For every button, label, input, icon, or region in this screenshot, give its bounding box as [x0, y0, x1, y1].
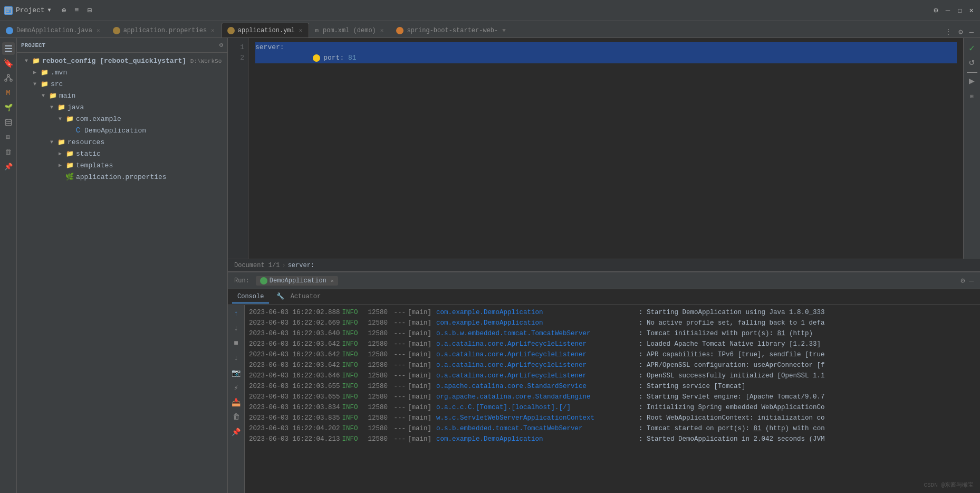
refresh-icon[interactable]: ↺	[969, 56, 975, 68]
props-file-icon: 🌿	[65, 173, 74, 181]
lightning-icon[interactable]: ⚡	[230, 381, 243, 394]
run-app-tab[interactable]: DemoApplication ✕	[256, 276, 338, 286]
minimize-icon[interactable]: —	[944, 5, 952, 16]
tree-java[interactable]: ▼ 📁 java	[17, 101, 227, 113]
tab-demo-application[interactable]: DemoApplication.java ✕	[0, 23, 107, 37]
tab-pom-xml[interactable]: m pom.xml (demo) ✕	[309, 23, 390, 37]
stop-icon[interactable]: ■	[230, 337, 243, 349]
tab-dropdown-icon[interactable]: ▼	[501, 27, 507, 34]
log-class: org.apache.catalina.core.StandardEngine	[436, 392, 637, 402]
settings-icon[interactable]: ⚙	[931, 5, 940, 16]
tab-console[interactable]: Console	[232, 291, 269, 304]
minimize-editor-icon[interactable]: —	[967, 27, 976, 37]
database-icon[interactable]	[2, 116, 15, 129]
spring-icon[interactable]: 🌱	[2, 101, 15, 114]
camera-icon[interactable]: 📷	[230, 366, 243, 379]
log-thread: [main]	[408, 350, 434, 359]
tree-templates[interactable]: ▶ 📁 templates	[17, 159, 227, 171]
log-message: : Tomcat started on port(s): 81 (http) w…	[639, 424, 825, 433]
tab-application-yml[interactable]: application.yml ✕	[222, 23, 310, 37]
log-dashes: ---	[394, 339, 406, 349]
scroll-down-icon[interactable]: ↓	[230, 322, 243, 335]
tree-root[interactable]: ▼ 📁 reboot_config [reboot_quicklystart] …	[17, 55, 227, 67]
tab-close-icon[interactable]: ✕	[298, 26, 304, 34]
console-output[interactable]: 2023-06-03 16:22:02.888 INFO 12580 --- […	[245, 305, 980, 493]
title-bar: Project ▼ ⊕ ≡ ⊟ ⚙ — ☐ ✕	[0, 0, 980, 21]
log-level: INFO	[342, 403, 366, 412]
pin-console-icon[interactable]: 📌	[230, 425, 243, 438]
tab-close-icon[interactable]: ✕	[210, 26, 216, 34]
expand-icon[interactable]: ▶	[969, 75, 975, 87]
log-dashes: ---	[394, 382, 406, 391]
project-tree-icon[interactable]	[2, 42, 15, 55]
tree-demo-app[interactable]: ▶ C DemoApplication	[17, 125, 227, 136]
collapse-icon[interactable]: ⊟	[85, 5, 93, 16]
close-icon[interactable]: ✕	[967, 5, 976, 16]
tree-resources[interactable]: ▼ 📁 resources	[17, 136, 227, 148]
navigate-back-icon[interactable]: ⊕	[60, 5, 68, 16]
log-dashes: ---	[394, 329, 406, 338]
log-message: : Starting DemoApplication using Java 1.…	[639, 308, 825, 317]
tree-static[interactable]: ▶ 📁 static	[17, 148, 227, 159]
tree-src[interactable]: ▼ 📁 src	[17, 78, 227, 90]
more-tabs-icon[interactable]: ⋮	[943, 26, 954, 37]
web-file-icon	[396, 27, 403, 34]
log-pid: 12580	[368, 318, 392, 328]
log-class: o.a.catalina.core.AprLifecycleListener	[436, 361, 637, 370]
tree-com-example[interactable]: ▼ 📁 com.example	[17, 113, 227, 125]
tab-spring-boot[interactable]: spring-boot-starter-web- ▼	[390, 23, 512, 37]
log-class: o.a.catalina.core.AprLifecycleListener	[436, 350, 637, 359]
log-level: INFO	[342, 339, 366, 349]
settings-icon[interactable]: ⚙	[956, 26, 965, 37]
tab-close-icon[interactable]: ✕	[379, 26, 385, 34]
log-date: 2023-06-03 16:22:03.640	[249, 329, 340, 338]
maven-icon[interactable]: M	[2, 87, 15, 99]
log-pid: 12580	[368, 434, 392, 444]
log-line: 2023-06-03 16:22:03.642 INFO 12580 --- […	[245, 339, 980, 349]
svg-line-10	[8, 77, 11, 79]
log-thread: [main]	[408, 329, 434, 338]
tree-app-props[interactable]: ▶ 🌿 application.properties	[17, 171, 227, 183]
log-line: 2023-06-03 16:22:03.640 INFO 12580 --- […	[245, 328, 980, 339]
tab-application-properties[interactable]: application.properties ✕	[107, 23, 222, 37]
checkmark-icon[interactable]: ✓	[969, 42, 975, 54]
gear-icon[interactable]: ⚙	[219, 41, 223, 49]
svg-point-11	[5, 119, 12, 121]
log-date: 2023-06-03 16:22:03.834	[249, 403, 340, 412]
delete-logs-icon[interactable]: 🗑	[230, 411, 243, 423]
run-minimize-icon[interactable]: —	[969, 277, 974, 285]
log-message: : Initializing Spring embedded WebApplic…	[639, 403, 825, 412]
code-content[interactable]: server: port: 81	[249, 38, 963, 259]
tree-main[interactable]: ▼ 📁 main	[17, 90, 227, 101]
run-gear-icon[interactable]: ⚙	[960, 276, 965, 285]
import-icon[interactable]: 📥	[230, 396, 243, 409]
log-thread: [main]	[408, 308, 434, 317]
delete-icon[interactable]: 🗑	[2, 146, 15, 158]
list-icon[interactable]: ≡	[72, 5, 81, 16]
run-close-icon[interactable]: ✕	[331, 278, 334, 284]
tree-mvn[interactable]: ▶ 📁 .mvn	[17, 67, 227, 78]
minimap-icon[interactable]: ⊞	[970, 93, 974, 100]
structure-icon[interactable]	[2, 72, 15, 84]
log-class: o.apache.catalina.core.StandardService	[436, 382, 637, 391]
tab-close-icon[interactable]: ✕	[95, 26, 101, 34]
log-thread: [main]	[408, 413, 434, 423]
log-level: INFO	[342, 424, 366, 433]
pin-icon[interactable]: 📌	[2, 160, 15, 173]
java-folder-icon: 📁	[57, 103, 65, 111]
scroll-up-icon[interactable]: ↑	[230, 307, 243, 320]
run-panel: Run: DemoApplication ✕ ⚙ — Console 🔧 Act…	[228, 271, 980, 493]
restart-icon[interactable]: ↓	[230, 352, 243, 364]
tab-label: spring-boot-starter-web-	[407, 27, 498, 34]
log-message: : Started DemoApplication in 2.042 secon…	[639, 434, 825, 444]
java-file-icon	[6, 27, 13, 34]
bookmarks-icon[interactable]: 🔖	[2, 57, 15, 70]
log-date: 2023-06-03 16:22:03.655	[249, 392, 340, 402]
log-line: 2023-06-03 16:22:04.213 INFO 12580 --- […	[245, 434, 980, 444]
tab-actuator[interactable]: 🔧 Actuator	[271, 290, 326, 304]
title-bar-dropdown[interactable]: ▼	[48, 7, 51, 13]
log-date: 2023-06-03 16:22:03.655	[249, 382, 340, 391]
terminal-icon[interactable]: ⊞	[2, 131, 15, 144]
maximize-icon[interactable]: ☐	[955, 5, 964, 16]
log-message: : Tomcat initialized with port(s): 81 (h…	[639, 329, 813, 338]
